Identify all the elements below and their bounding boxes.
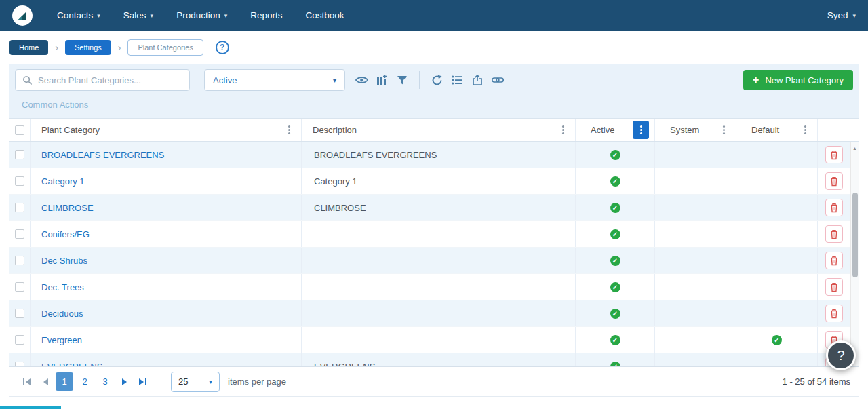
header-checkbox-cell: [9, 119, 30, 141]
scrollbar-thumb[interactable]: [852, 193, 858, 277]
user-name: Syed: [827, 10, 848, 20]
breadcrumb-home[interactable]: Home: [9, 40, 48, 55]
new-plant-category-button[interactable]: + New Plant Category: [743, 70, 853, 90]
row-checkbox[interactable]: [15, 176, 24, 186]
breadcrumb-current: Plant Categories: [127, 39, 203, 56]
kebab-menu-icon: [562, 129, 564, 131]
page-number-button[interactable]: 2: [76, 372, 94, 391]
chevron-down-icon: ▾: [151, 12, 154, 19]
delete-button[interactable]: [825, 225, 843, 243]
select-all-checkbox[interactable]: [15, 125, 24, 135]
trash-icon: [829, 203, 839, 213]
chevron-down-icon: ▾: [97, 12, 100, 19]
table-row: Dec Shrubs ✓: [9, 248, 859, 274]
plant-category-link[interactable]: Conifers/EG: [41, 229, 90, 239]
breadcrumb-settings[interactable]: Settings: [65, 40, 111, 55]
user-menu[interactable]: Syed ▾: [827, 10, 856, 20]
row-checkbox[interactable]: [15, 362, 24, 366]
status-filter-value: Active: [213, 75, 237, 85]
app-root: Contacts ▾ Sales ▾ Production ▾ Reports …: [0, 0, 868, 409]
plant-category-link[interactable]: EVERGREENS: [41, 362, 102, 366]
row-checkbox[interactable]: [15, 309, 24, 318]
kebab-menu-icon: [288, 129, 290, 131]
row-checkbox[interactable]: [15, 150, 24, 159]
row-checkbox[interactable]: [15, 203, 24, 212]
page-size-select[interactable]: 25 ▾: [171, 372, 220, 392]
nav-item[interactable]: Costbook: [305, 10, 344, 20]
grid-scrollbar[interactable]: ▲: [850, 142, 859, 366]
help-fab-button[interactable]: ?: [826, 340, 856, 370]
common-actions-link[interactable]: Common Actions: [22, 100, 88, 110]
eye-icon[interactable]: [352, 71, 371, 90]
plus-icon: +: [753, 75, 759, 85]
delete-button[interactable]: [825, 305, 843, 322]
chevron-down-icon: ▾: [852, 12, 856, 19]
trash-icon: [829, 229, 839, 239]
table-row: Evergreen ✓ ✓: [9, 327, 859, 353]
row-checkbox[interactable]: [15, 335, 24, 345]
row-checkbox[interactable]: [15, 256, 24, 265]
pager-pages: 1 2 3: [56, 372, 114, 391]
row-checkbox[interactable]: [15, 282, 24, 292]
delete-button[interactable]: [825, 172, 843, 190]
column-chooser-icon[interactable]: [372, 71, 391, 90]
filter-icon[interactable]: [393, 71, 412, 90]
page-number-button[interactable]: 3: [96, 372, 114, 391]
trash-icon: [829, 150, 839, 160]
active-check-icon: ✓: [610, 229, 620, 239]
help-icon[interactable]: ?: [216, 41, 229, 54]
nav-item[interactable]: Sales ▾: [123, 10, 153, 20]
kebab-menu-icon: [723, 129, 725, 131]
nav-item-label: Production: [176, 10, 220, 20]
link-icon[interactable]: [488, 71, 507, 90]
column-menu-button[interactable]: [282, 122, 296, 138]
chevron-down-icon: ▾: [333, 77, 336, 84]
kebab-menu-icon: [640, 129, 642, 131]
search-input[interactable]: [38, 75, 182, 85]
list-icon[interactable]: [448, 71, 467, 90]
nav-item-label: Sales: [123, 10, 146, 20]
kebab-menu-icon: [804, 129, 806, 131]
scroll-up-icon[interactable]: ▲: [851, 142, 859, 151]
column-header-default: Default: [736, 119, 817, 141]
page-size-value: 25: [178, 376, 188, 387]
status-filter-select[interactable]: Active ▾: [204, 69, 345, 91]
nav-item[interactable]: Production ▾: [176, 10, 227, 20]
delete-button[interactable]: [825, 252, 843, 269]
column-menu-button[interactable]: [556, 122, 570, 138]
refresh-icon[interactable]: [427, 71, 446, 90]
active-check-icon: ✓: [610, 203, 620, 213]
delete-button[interactable]: [825, 199, 843, 216]
plant-category-link[interactable]: Deciduous: [41, 309, 83, 319]
table-row: Dec. Trees ✓: [9, 274, 859, 300]
export-icon[interactable]: [468, 71, 487, 90]
pager-last-button[interactable]: [134, 372, 152, 391]
grid-header-row: Plant Category Description Active System…: [9, 119, 859, 142]
nav-item[interactable]: Reports: [250, 10, 282, 20]
plant-category-link[interactable]: CLIMBROSE: [41, 203, 94, 213]
logo-icon: [16, 9, 29, 22]
pager-first-button[interactable]: [18, 372, 36, 391]
column-menu-button[interactable]: [717, 122, 730, 138]
delete-button[interactable]: [825, 146, 843, 163]
divider: [197, 71, 197, 89]
column-menu-button[interactable]: [798, 122, 812, 138]
pager-prev-button[interactable]: [36, 372, 54, 391]
plant-category-link[interactable]: Dec Shrubs: [41, 256, 87, 266]
grid-body: BROADLEAFS EVERGREENS BROADLEAFS EVERGRE…: [9, 142, 859, 366]
column-menu-button-active[interactable]: [633, 121, 649, 139]
plant-category-link[interactable]: BROADLEAFS EVERGREENS: [41, 150, 164, 160]
table-row: BROADLEAFS EVERGREENS BROADLEAFS EVERGRE…: [9, 142, 859, 168]
main-menu: Contacts ▾ Sales ▾ Production ▾ Reports …: [57, 10, 344, 20]
row-checkbox[interactable]: [15, 229, 24, 239]
app-logo[interactable]: [12, 5, 33, 26]
plant-category-link[interactable]: Evergreen: [41, 335, 82, 345]
pager-next-button[interactable]: [115, 372, 134, 391]
delete-button[interactable]: [825, 278, 843, 296]
table-row: EVERGREENS EVERGREENS ✓: [9, 353, 859, 366]
plant-category-link[interactable]: Dec. Trees: [41, 282, 84, 292]
page-number-button[interactable]: 1: [56, 372, 73, 391]
plant-category-link[interactable]: Category 1: [41, 176, 85, 187]
table-row: Category 1 Category 1 ✓: [9, 168, 859, 195]
nav-item[interactable]: Contacts ▾: [57, 10, 100, 20]
